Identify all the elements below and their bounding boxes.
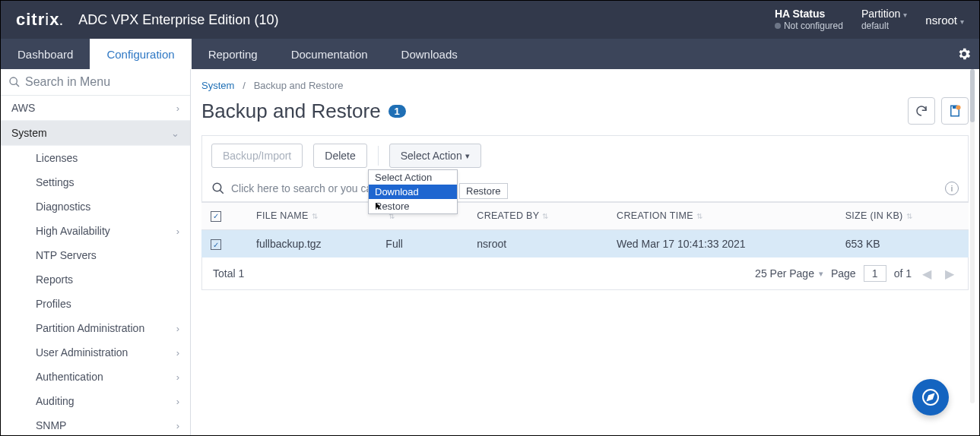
cell-creation-time: Wed Mar 17 10:41:33 2021 (607, 229, 836, 257)
sidebar-item-auditing[interactable]: Auditing› (1, 389, 190, 413)
sidebar-search-placeholder: Search in Menu (25, 75, 110, 89)
breadcrumb-current: Backup and Restore (254, 80, 344, 91)
prev-page-button[interactable]: ◀ (919, 267, 934, 281)
pagination: 25 Per Page ▾ Page 1 of 1 ◀ ▶ (755, 265, 957, 282)
ha-status-label: HA Status (775, 8, 843, 21)
sidebar-item-authentication[interactable]: Authentication› (1, 365, 190, 389)
per-page-select[interactable]: 25 Per Page ▾ (755, 267, 823, 280)
dropdown-opt-select-action[interactable]: Select Action (369, 170, 457, 185)
tab-dashboard[interactable]: Dashboard (1, 39, 90, 69)
svg-point-0 (10, 77, 17, 84)
select-action-dropdown[interactable]: Select Action ▾ (389, 144, 481, 168)
svg-line-1 (16, 84, 19, 87)
chevron-down-icon: ⌄ (171, 128, 179, 139)
gear-icon (956, 46, 972, 62)
total-count: Total 1 (213, 267, 244, 280)
tab-configuration[interactable]: Configuration (90, 39, 191, 69)
next-page-button[interactable]: ▶ (942, 267, 957, 281)
dropdown-opt-restore[interactable]: Restore (369, 199, 457, 213)
page-number-input[interactable]: 1 (864, 265, 886, 282)
chevron-right-icon: › (176, 226, 179, 237)
sidebar-item-diagnostics[interactable]: Diagnostics (1, 194, 190, 219)
brand-logo: citrix. (16, 10, 63, 30)
sort-icon: ⇅ (906, 212, 912, 220)
count-badge: 1 (389, 105, 406, 118)
page-title-row: Backup and Restore 1 (201, 97, 969, 125)
sidebar-item-settings[interactable]: Settings (1, 170, 190, 194)
backup-import-button[interactable]: Backup/Import (211, 144, 303, 168)
sidebar-item-partition-admin[interactable]: Partition Administration› (1, 316, 190, 340)
header-right: HA Status Not configured Partition▾ defa… (775, 8, 964, 31)
col-file-name[interactable]: FILE NAME⇅ (247, 203, 376, 230)
svg-rect-2 (953, 106, 956, 109)
save-config-button[interactable] (941, 97, 969, 125)
chevron-down-icon: ▾ (960, 17, 964, 26)
sidebar-item-snmp[interactable]: SNMP› (1, 413, 190, 435)
status-dot-icon (775, 23, 781, 29)
chevron-right-icon: › (176, 347, 179, 359)
sidebar-item-user-admin[interactable]: User Administration› (1, 340, 190, 365)
svg-line-5 (220, 190, 224, 194)
chevron-down-icon: ▾ (465, 151, 470, 161)
cell-file-name: fullbackup.tgz (247, 229, 376, 257)
sidebar-item-profiles[interactable]: Profiles (1, 292, 190, 316)
cursor-icon (375, 202, 383, 210)
svg-point-3 (956, 106, 961, 110)
tooltip-restore: Restore (459, 183, 508, 199)
row-checkbox[interactable]: ✓ (211, 239, 221, 250)
refresh-button[interactable] (908, 97, 935, 125)
sidebar-item-licenses[interactable]: Licenses (1, 146, 190, 170)
help-fab-button[interactable] (912, 379, 949, 415)
settings-gear-button[interactable] (949, 39, 979, 69)
cell-size: 653 KB (836, 229, 969, 257)
compass-icon (921, 388, 940, 406)
sidebar: Search in Menu AWS› System⌄ Licenses Set… (1, 69, 191, 435)
sort-icon: ⇅ (696, 212, 702, 220)
cell-created-by: nsroot (468, 229, 607, 257)
partition-label: Partition▾ (861, 8, 907, 21)
sort-icon: ⇅ (312, 212, 318, 220)
user-menu[interactable]: nsroot▾ (925, 14, 964, 27)
col-created-by[interactable]: CREATED BY⇅ (468, 203, 607, 230)
breadcrumb: System / Backup and Restore (201, 69, 969, 97)
cell-level: Full (376, 229, 468, 257)
table-row[interactable]: ✓ fullbackup.tgz Full nsroot Wed Mar 17 … (201, 229, 969, 257)
sidebar-search[interactable]: Search in Menu (1, 69, 190, 96)
info-icon[interactable]: i (945, 182, 959, 195)
main-content: System / Backup and Restore Backup and R… (191, 69, 979, 435)
chevron-right-icon: › (176, 371, 179, 383)
sidebar-item-aws[interactable]: AWS› (1, 96, 190, 121)
sidebar-item-system[interactable]: System⌄ (1, 121, 190, 146)
partition-value: default (861, 21, 907, 31)
page-label: Page (831, 267, 856, 280)
scrollbar-thumb[interactable] (970, 69, 975, 122)
table-search-bar[interactable]: Click here to search or you can en i (201, 175, 969, 202)
breadcrumb-link-system[interactable]: System (201, 80, 234, 91)
save-icon (948, 104, 962, 118)
col-size[interactable]: SIZE (IN KB)⇅ (836, 203, 969, 230)
search-icon (8, 76, 21, 88)
main-nav-tabs: Dashboard Configuration Reporting Docume… (1, 39, 979, 69)
title-actions (908, 97, 969, 125)
chevron-down-icon: ▾ (903, 11, 907, 19)
partition-block[interactable]: Partition▾ default (861, 8, 907, 31)
tab-downloads[interactable]: Downloads (385, 39, 474, 69)
header-checkbox[interactable]: ✓ (211, 211, 221, 222)
chevron-right-icon: › (176, 396, 179, 407)
tab-reporting[interactable]: Reporting (192, 39, 274, 69)
chevron-down-icon: ▾ (819, 269, 823, 279)
tab-documentation[interactable]: Documentation (274, 39, 385, 69)
delete-button[interactable]: Delete (313, 144, 366, 168)
sidebar-item-reports[interactable]: Reports (1, 267, 190, 292)
sidebar-item-ntp-servers[interactable]: NTP Servers (1, 243, 190, 267)
page-title: Backup and Restore 1 (201, 100, 406, 123)
chevron-right-icon: › (176, 420, 179, 431)
dropdown-opt-download[interactable]: Download (369, 185, 457, 199)
col-creation-time[interactable]: CREATION TIME⇅ (607, 203, 836, 230)
sidebar-item-high-availability[interactable]: High Availability› (1, 219, 190, 243)
chevron-right-icon: › (176, 323, 179, 334)
sort-icon: ⇅ (542, 212, 548, 220)
action-dropdown-menu: Select Action Download Restore (368, 169, 458, 214)
ha-status-value: Not configured (775, 21, 843, 31)
ha-status-block[interactable]: HA Status Not configured (775, 8, 843, 31)
